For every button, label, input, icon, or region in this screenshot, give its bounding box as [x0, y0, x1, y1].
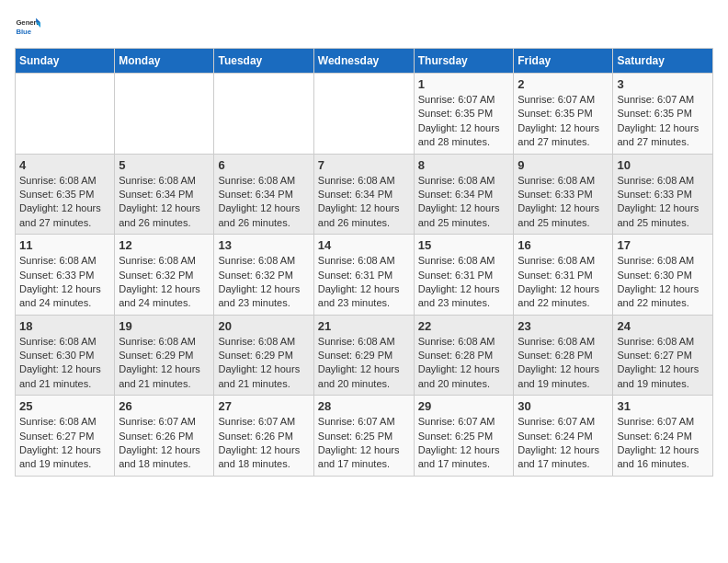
day-number: 18 — [19, 319, 110, 333]
day-number: 16 — [518, 238, 609, 252]
week-row-3: 11Sunrise: 6:08 AM Sunset: 6:33 PM Dayli… — [16, 235, 713, 316]
day-number: 31 — [617, 399, 709, 413]
day-number: 23 — [518, 319, 609, 333]
calendar-cell: 6Sunrise: 6:08 AM Sunset: 6:34 PM Daylig… — [214, 154, 313, 235]
day-number: 29 — [418, 399, 510, 413]
calendar-cell — [313, 74, 414, 155]
calendar-cell: 25Sunrise: 6:08 AM Sunset: 6:27 PM Dayli… — [16, 396, 115, 477]
day-info: Sunrise: 6:07 AM Sunset: 6:35 PM Dayligh… — [518, 93, 609, 150]
week-row-4: 18Sunrise: 6:08 AM Sunset: 6:30 PM Dayli… — [16, 315, 713, 396]
calendar-cell: 26Sunrise: 6:07 AM Sunset: 6:26 PM Dayli… — [115, 396, 214, 477]
day-info: Sunrise: 6:08 AM Sunset: 6:29 PM Dayligh… — [318, 335, 410, 392]
calendar-cell: 8Sunrise: 6:08 AM Sunset: 6:34 PM Daylig… — [414, 154, 514, 235]
svg-text:Blue: Blue — [16, 28, 31, 36]
calendar-cell: 30Sunrise: 6:07 AM Sunset: 6:24 PM Dayli… — [514, 396, 613, 477]
header-cell-friday: Friday — [514, 49, 613, 74]
day-info: Sunrise: 6:08 AM Sunset: 6:27 PM Dayligh… — [617, 335, 709, 392]
week-row-1: 1Sunrise: 6:07 AM Sunset: 6:35 PM Daylig… — [16, 74, 713, 155]
calendar-cell: 14Sunrise: 6:08 AM Sunset: 6:31 PM Dayli… — [313, 235, 414, 316]
day-info: Sunrise: 6:08 AM Sunset: 6:34 PM Dayligh… — [418, 174, 510, 231]
day-info: Sunrise: 6:08 AM Sunset: 6:34 PM Dayligh… — [119, 174, 210, 231]
header-cell-tuesday: Tuesday — [214, 49, 313, 74]
calendar-cell: 27Sunrise: 6:07 AM Sunset: 6:26 PM Dayli… — [214, 396, 313, 477]
calendar-cell: 13Sunrise: 6:08 AM Sunset: 6:32 PM Dayli… — [214, 235, 313, 316]
day-number: 13 — [218, 238, 309, 252]
day-info: Sunrise: 6:08 AM Sunset: 6:31 PM Dayligh… — [518, 254, 609, 311]
calendar-cell — [16, 74, 115, 155]
calendar-cell: 7Sunrise: 6:08 AM Sunset: 6:34 PM Daylig… — [313, 154, 414, 235]
calendar-cell: 23Sunrise: 6:08 AM Sunset: 6:28 PM Dayli… — [514, 315, 613, 396]
calendar-cell: 19Sunrise: 6:08 AM Sunset: 6:29 PM Dayli… — [115, 315, 214, 396]
day-number: 9 — [518, 158, 609, 172]
calendar-cell: 3Sunrise: 6:07 AM Sunset: 6:35 PM Daylig… — [613, 74, 713, 155]
calendar-cell: 16Sunrise: 6:08 AM Sunset: 6:31 PM Dayli… — [514, 235, 613, 316]
day-info: Sunrise: 6:08 AM Sunset: 6:27 PM Dayligh… — [19, 415, 110, 472]
header-cell-sunday: Sunday — [16, 49, 115, 74]
day-info: Sunrise: 6:08 AM Sunset: 6:29 PM Dayligh… — [119, 335, 210, 392]
day-number: 5 — [119, 158, 210, 172]
day-info: Sunrise: 6:08 AM Sunset: 6:32 PM Dayligh… — [119, 254, 210, 311]
day-number: 22 — [418, 319, 510, 333]
day-number: 24 — [617, 319, 709, 333]
day-info: Sunrise: 6:08 AM Sunset: 6:28 PM Dayligh… — [518, 335, 609, 392]
day-info: Sunrise: 6:08 AM Sunset: 6:33 PM Dayligh… — [518, 174, 609, 231]
day-info: Sunrise: 6:07 AM Sunset: 6:25 PM Dayligh… — [318, 415, 410, 472]
day-info: Sunrise: 6:07 AM Sunset: 6:35 PM Dayligh… — [418, 93, 510, 150]
day-number: 26 — [119, 399, 210, 413]
calendar-cell: 5Sunrise: 6:08 AM Sunset: 6:34 PM Daylig… — [115, 154, 214, 235]
day-number: 14 — [318, 238, 410, 252]
calendar-cell: 29Sunrise: 6:07 AM Sunset: 6:25 PM Dayli… — [414, 396, 514, 477]
page-header: General Blue — [15, 15, 713, 40]
day-info: Sunrise: 6:08 AM Sunset: 6:33 PM Dayligh… — [19, 254, 110, 311]
day-number: 10 — [617, 158, 709, 172]
day-number: 4 — [19, 158, 110, 172]
calendar-cell: 22Sunrise: 6:08 AM Sunset: 6:28 PM Dayli… — [414, 315, 514, 396]
header-row: SundayMondayTuesdayWednesdayThursdayFrid… — [16, 49, 713, 74]
day-info: Sunrise: 6:07 AM Sunset: 6:26 PM Dayligh… — [218, 415, 309, 472]
calendar-cell: 28Sunrise: 6:07 AM Sunset: 6:25 PM Dayli… — [313, 396, 414, 477]
header-cell-saturday: Saturday — [613, 49, 713, 74]
header-cell-wednesday: Wednesday — [313, 49, 414, 74]
day-number: 7 — [318, 158, 410, 172]
week-row-5: 25Sunrise: 6:08 AM Sunset: 6:27 PM Dayli… — [16, 396, 713, 477]
day-info: Sunrise: 6:07 AM Sunset: 6:35 PM Dayligh… — [617, 93, 709, 150]
day-number: 27 — [218, 399, 309, 413]
day-number: 19 — [119, 319, 210, 333]
day-info: Sunrise: 6:08 AM Sunset: 6:29 PM Dayligh… — [218, 335, 309, 392]
day-info: Sunrise: 6:07 AM Sunset: 6:24 PM Dayligh… — [518, 415, 609, 472]
calendar-cell: 15Sunrise: 6:08 AM Sunset: 6:31 PM Dayli… — [414, 235, 514, 316]
day-info: Sunrise: 6:08 AM Sunset: 6:33 PM Dayligh… — [617, 174, 709, 231]
day-info: Sunrise: 6:08 AM Sunset: 6:34 PM Dayligh… — [218, 174, 309, 231]
day-info: Sunrise: 6:07 AM Sunset: 6:25 PM Dayligh… — [418, 415, 510, 472]
day-info: Sunrise: 6:08 AM Sunset: 6:28 PM Dayligh… — [418, 335, 510, 392]
calendar-cell: 31Sunrise: 6:07 AM Sunset: 6:24 PM Dayli… — [613, 396, 713, 477]
day-number: 28 — [318, 399, 410, 413]
day-number: 15 — [418, 238, 510, 252]
calendar-cell: 4Sunrise: 6:08 AM Sunset: 6:35 PM Daylig… — [16, 154, 115, 235]
calendar-cell: 24Sunrise: 6:08 AM Sunset: 6:27 PM Dayli… — [613, 315, 713, 396]
logo: General Blue — [15, 15, 40, 40]
logo-icon: General Blue — [15, 15, 40, 40]
day-info: Sunrise: 6:07 AM Sunset: 6:24 PM Dayligh… — [617, 415, 709, 472]
calendar-cell: 17Sunrise: 6:08 AM Sunset: 6:30 PM Dayli… — [613, 235, 713, 316]
day-info: Sunrise: 6:08 AM Sunset: 6:30 PM Dayligh… — [617, 254, 709, 311]
day-info: Sunrise: 6:08 AM Sunset: 6:35 PM Dayligh… — [19, 174, 110, 231]
day-number: 30 — [518, 399, 609, 413]
calendar-cell — [115, 74, 214, 155]
day-info: Sunrise: 6:08 AM Sunset: 6:31 PM Dayligh… — [318, 254, 410, 311]
day-number: 6 — [218, 158, 309, 172]
calendar-header: SundayMondayTuesdayWednesdayThursdayFrid… — [16, 49, 713, 74]
calendar-cell: 12Sunrise: 6:08 AM Sunset: 6:32 PM Dayli… — [115, 235, 214, 316]
calendar-cell: 2Sunrise: 6:07 AM Sunset: 6:35 PM Daylig… — [514, 74, 613, 155]
day-number: 20 — [218, 319, 309, 333]
week-row-2: 4Sunrise: 6:08 AM Sunset: 6:35 PM Daylig… — [16, 154, 713, 235]
calendar-cell: 18Sunrise: 6:08 AM Sunset: 6:30 PM Dayli… — [16, 315, 115, 396]
calendar-cell: 10Sunrise: 6:08 AM Sunset: 6:33 PM Dayli… — [613, 154, 713, 235]
calendar-cell: 11Sunrise: 6:08 AM Sunset: 6:33 PM Dayli… — [16, 235, 115, 316]
day-number: 21 — [318, 319, 410, 333]
calendar-body: 1Sunrise: 6:07 AM Sunset: 6:35 PM Daylig… — [16, 74, 713, 477]
day-number: 8 — [418, 158, 510, 172]
day-info: Sunrise: 6:08 AM Sunset: 6:32 PM Dayligh… — [218, 254, 309, 311]
day-number: 12 — [119, 238, 210, 252]
day-number: 2 — [518, 77, 609, 91]
